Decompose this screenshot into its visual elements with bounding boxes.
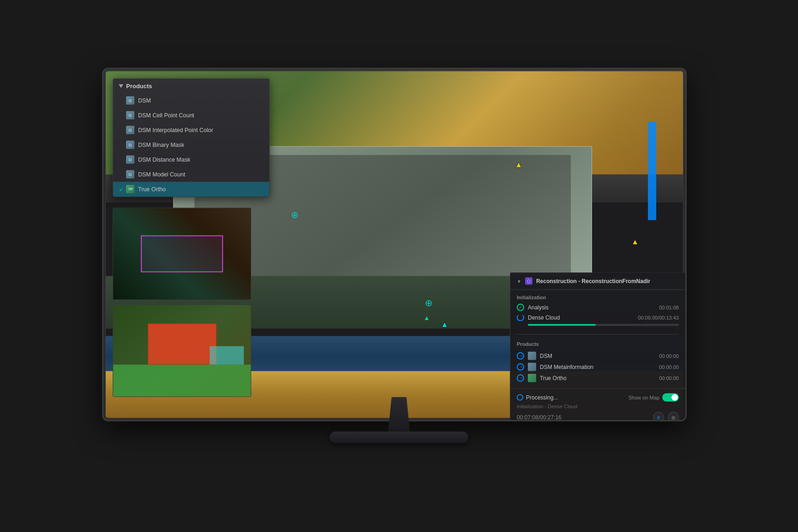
initialization-section: Initialization ✓ Analysis 00:01:08 Dense… <box>510 290 685 332</box>
grid-icon: ⊞ <box>671 415 675 420</box>
dropdown-item-dsm-binary[interactable]: ⊞ DSM Binary Mask <box>113 138 269 152</box>
processing-dot <box>517 394 523 401</box>
item-icon-dsm: ⊞ <box>126 97 134 105</box>
item-label-dsm-cell: DSM Cell Point Count <box>138 112 194 119</box>
show-on-map-toggle[interactable] <box>662 393 679 402</box>
item-icon-dsm-binary: ⊞ <box>126 141 134 149</box>
dense-cloud-label: Dense Cloud <box>528 314 634 321</box>
footer-top-row: Processing... Show on Map <box>517 393 679 402</box>
item-label-dsm: DSM <box>138 97 151 104</box>
analysis-label: Analysis <box>528 304 655 311</box>
product-name-dsm: DSM <box>540 353 655 359</box>
footer-timer-row: 00:07:08/00:27:16 ⏸ ⊞ <box>517 412 679 420</box>
thumbnail-panel-1 <box>113 208 251 300</box>
item-icon-true-ortho: 🗺 <box>126 185 134 193</box>
product-thumb-dsm <box>528 352 536 360</box>
product-clock-dsm-meta <box>517 363 524 371</box>
dropdown-item-dsm-dist[interactable]: ⊞ DSM Distance Mask <box>113 152 269 167</box>
product-row-true-ortho: True Ortho 00:00:00 <box>517 373 679 384</box>
thumb-building-2 <box>148 323 217 364</box>
footer-subtitle: Initialization - Dense Cloud <box>517 404 679 409</box>
item-label-dsm-model: DSM Model Count <box>138 171 185 178</box>
dropdown-title: Products <box>126 83 152 90</box>
processing-footer: Processing... Show on Map Initialization… <box>510 388 685 420</box>
panel-title: Reconstruction - ReconstructionFromNadir <box>536 278 650 284</box>
product-clock-true-ortho <box>517 375 524 382</box>
dense-cloud-row: Dense Cloud 00:06:00/00:13:43 <box>517 314 679 321</box>
thumb-green-area <box>113 364 251 396</box>
monitor-screen: Products ⊞ DSM ⊞ DSM Cell Point Count ⊞ … <box>103 69 685 420</box>
timer-text: 00:07:08/00:27:16 <box>517 414 562 420</box>
item-label-true-ortho: True Ortho <box>138 186 166 193</box>
crosshair-2 <box>423 297 434 308</box>
show-on-map-label: Show on Map <box>629 395 659 400</box>
dense-cloud-progress-icon <box>517 314 524 321</box>
collapse-icon[interactable]: ▼ <box>517 278 521 284</box>
crosshair-1 <box>290 210 300 220</box>
thumb-content-1 <box>113 208 251 300</box>
panel-header: ▼ ⬡ Reconstruction - ReconstructionFromN… <box>510 273 685 290</box>
footer-actions: ⏸ ⊞ <box>653 412 679 420</box>
panel-icon: ⬡ <box>525 278 532 285</box>
products-section: Products DSM 00:00:00 DSM Metainformatio… <box>510 337 685 388</box>
dropdown-item-dsm-cell[interactable]: ⊞ DSM Cell Point Count <box>113 108 269 123</box>
marker-yellow-1 <box>631 237 639 246</box>
item-icon-dsm-interp: ⊞ <box>126 126 134 134</box>
product-thumb-dsm-meta <box>528 363 536 371</box>
thumb-content-2 <box>113 305 251 397</box>
dense-cloud-progress-bar-container <box>528 324 679 326</box>
product-time-dsm: 00:00:00 <box>659 353 679 359</box>
monitor: Products ⊞ DSM ⊞ DSM Cell Point Count ⊞ … <box>103 69 695 448</box>
grid-button[interactable]: ⊞ <box>668 412 679 420</box>
analysis-check-icon: ✓ <box>517 304 524 311</box>
triangle-icon <box>119 84 123 88</box>
annotation-blue <box>648 122 656 220</box>
dense-cloud-time: 00:06:00/00:13:43 <box>638 315 679 320</box>
monitor-stand-base <box>330 432 468 443</box>
dense-cloud-progress-bar <box>528 324 596 326</box>
marker-cyan-1 <box>441 320 448 329</box>
show-on-map: Show on Map <box>629 393 679 402</box>
thumbnail-panel-2 <box>113 305 251 397</box>
dropdown-item-dsm[interactable]: ⊞ DSM <box>113 93 269 108</box>
product-row-dsm-meta: DSM Metainformation 00:00:00 <box>517 362 679 373</box>
initialization-title: Initialization <box>517 295 679 300</box>
analysis-row: ✓ Analysis 00:01:08 <box>517 304 679 311</box>
processing-status: Processing... <box>517 394 558 401</box>
product-name-true-ortho: True Ortho <box>540 375 655 381</box>
item-label-dsm-dist: DSM Distance Mask <box>138 157 190 163</box>
item-icon-dsm-cell: ⊞ <box>126 111 134 120</box>
checkmark-icon: ✓ <box>119 186 124 193</box>
marker-yellow-2 <box>515 160 522 169</box>
item-icon-dsm-dist: ⊞ <box>126 156 134 164</box>
thumb-cyan-rect <box>210 346 244 365</box>
product-time-dsm-meta: 00:00:00 <box>659 364 679 370</box>
processing-status-text: Processing... <box>526 394 558 401</box>
dropdown-item-true-ortho[interactable]: ✓ 🗺 True Ortho <box>113 182 269 197</box>
pause-button[interactable]: ⏸ <box>653 412 664 420</box>
product-clock-dsm <box>517 352 524 360</box>
item-label-dsm-interp: DSM Interpolated Point Color <box>138 127 213 133</box>
products-dropdown: Products ⊞ DSM ⊞ DSM Cell Point Count ⊞ … <box>113 79 270 197</box>
dropdown-item-dsm-interp[interactable]: ⊞ DSM Interpolated Point Color <box>113 123 269 138</box>
product-thumb-true-ortho <box>528 374 536 382</box>
thumb-building-1 <box>141 236 224 272</box>
product-time-true-ortho: 00:00:00 <box>659 375 679 381</box>
products-title: Products <box>517 341 679 347</box>
divider-1 <box>517 334 679 335</box>
item-icon-dsm-model: ⊞ <box>126 170 134 179</box>
analysis-time: 00:01:08 <box>659 305 679 310</box>
marker-green-1 <box>423 314 430 322</box>
processing-panel: ▼ ⬡ Reconstruction - ReconstructionFromN… <box>510 272 685 420</box>
item-label-dsm-binary: DSM Binary Mask <box>138 142 184 148</box>
dropdown-item-dsm-model[interactable]: ⊞ DSM Model Count <box>113 167 269 182</box>
product-row-dsm: DSM 00:00:00 <box>517 351 679 362</box>
product-name-dsm-meta: DSM Metainformation <box>540 364 655 370</box>
dropdown-header: Products <box>113 79 269 93</box>
pause-icon: ⏸ <box>656 415 661 420</box>
